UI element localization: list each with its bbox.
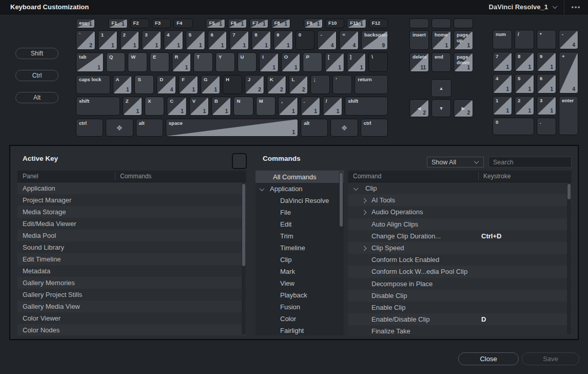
key-.[interactable]: . <box>537 118 556 135</box>
key-G[interactable]: G1 <box>201 75 220 94</box>
key--[interactable]: -4 <box>317 30 337 50</box>
options-menu-button[interactable]: ••• <box>564 4 588 11</box>
panel-row[interactable]: Media Storage <box>17 206 246 218</box>
command-row[interactable]: Conform Lock W...edia Pool Clip <box>348 266 572 277</box>
key-0[interactable]: 0 <box>493 118 534 135</box>
panel-row[interactable]: Gallery Media View <box>17 301 246 312</box>
key-blank[interactable] <box>432 18 451 28</box>
command-row[interactable]: Enable Clip <box>348 302 572 313</box>
key-[[interactable]: [1 <box>325 52 344 72</box>
key-backspace[interactable]: backspace9 <box>361 30 388 50</box>
key-caps lock[interactable]: caps lock <box>76 75 110 94</box>
panel-row[interactable]: Media Pool <box>17 230 246 241</box>
key-A[interactable]: A1 <box>113 75 132 94</box>
key-space[interactable]: space1 <box>166 119 298 137</box>
modifier-button-shift[interactable]: Shift <box>15 48 58 59</box>
key-return[interactable]: return <box>355 75 388 94</box>
key-0[interactable]: 0 <box>296 30 315 50</box>
tree-item[interactable]: Clip <box>256 254 344 266</box>
panel-row[interactable]: Metadata <box>17 265 246 277</box>
save-button[interactable]: Save <box>522 352 579 365</box>
search-input[interactable] <box>488 157 572 167</box>
key-shift[interactable]: shift <box>345 97 388 116</box>
key-9[interactable]: 91 <box>273 30 293 50</box>
tree-item[interactable]: Playback <box>256 289 344 301</box>
key-F3[interactable]: F3 <box>152 18 171 28</box>
scrollbar-thumb[interactable] <box>567 184 571 199</box>
tree-item[interactable]: Timeline <box>256 242 344 254</box>
command-row[interactable]: Audio Operations <box>348 206 572 218</box>
key-insert[interactable]: insert <box>409 30 429 50</box>
key-win[interactable]: ❖ <box>106 119 133 137</box>
modifier-button-alt[interactable]: Alt <box>15 92 58 103</box>
key-alt[interactable]: alt <box>136 119 163 137</box>
key-.[interactable]: .1 <box>301 97 320 116</box>
command-row[interactable]: Enable/Disable ClipD <box>348 313 572 325</box>
command-row[interactable]: Clip Speed <box>348 242 572 254</box>
key-F4[interactable]: F4 <box>173 18 192 28</box>
scrollbar-thumb[interactable] <box>242 184 245 266</box>
key-L[interactable]: L2 <box>289 75 308 94</box>
key-blank[interactable] <box>454 18 473 28</box>
key-win[interactable]: ❖ <box>330 119 358 137</box>
command-row[interactable]: Conform Lock Enabled <box>348 254 572 266</box>
preset-selector[interactable]: DaVinci Resolve_1 <box>482 3 564 11</box>
key-F1[interactable]: F11 <box>108 18 127 28</box>
key-V[interactable]: V1 <box>189 97 209 116</box>
key-K[interactable]: K2 <box>267 75 286 94</box>
key-end[interactable]: end <box>432 52 451 72</box>
key-P[interactable]: P <box>303 52 322 72</box>
tree-item[interactable]: Fusion <box>256 301 344 313</box>
key-M[interactable]: M <box>256 97 276 116</box>
key-][interactable]: ]1 <box>347 52 366 72</box>
key-2[interactable]: 21 <box>120 30 140 50</box>
tree-item[interactable]: Mark <box>256 266 344 277</box>
tree-item[interactable]: Fairlight <box>256 325 344 335</box>
key-arrow-up[interactable]: ▲ <box>431 79 451 97</box>
command-row[interactable]: AI Tools <box>348 194 572 206</box>
tree-item[interactable]: All Commands <box>256 171 344 183</box>
key-X[interactable]: X <box>145 97 164 116</box>
key-,[interactable]: ,1 <box>278 97 298 116</box>
key-alt[interactable]: alt <box>301 119 328 137</box>
key-F6[interactable]: F61 <box>228 18 247 28</box>
key-8[interactable]: 81 <box>251 30 271 50</box>
panel-row[interactable]: Edit/Media Viewer <box>17 218 246 230</box>
panel-row[interactable]: Color Nodes <box>17 324 246 335</box>
tree-item[interactable]: File <box>256 207 344 218</box>
key-7[interactable]: 71 <box>493 52 512 71</box>
key-F12[interactable]: F12 <box>369 18 388 28</box>
key-F[interactable]: F1 <box>179 75 198 94</box>
key-shift[interactable]: shift <box>76 97 120 116</box>
key-Z[interactable]: Z1 <box>123 97 142 116</box>
panel-row[interactable]: Gallery Project Stills <box>17 289 246 301</box>
key-F7[interactable]: F71 <box>249 18 268 28</box>
show-all-dropdown[interactable]: Show All <box>427 157 484 167</box>
key-blank[interactable] <box>409 18 429 28</box>
key-3[interactable]: 31 <box>142 30 161 50</box>
key-D[interactable]: D4 <box>156 75 176 94</box>
key-'[interactable]: ' <box>332 75 352 94</box>
key-ctrl[interactable]: ctrl <box>76 119 103 137</box>
key-page down[interactable]: page down1 <box>454 52 473 72</box>
key-1[interactable]: 11 <box>493 96 512 115</box>
key-home[interactable]: home1 <box>432 30 451 50</box>
key-5[interactable]: 51 <box>186 30 205 50</box>
command-row[interactable]: Decompose in Place <box>348 278 572 290</box>
key-arrow-down[interactable]: ▼ <box>432 99 451 117</box>
key-4[interactable]: 41 <box>164 30 183 50</box>
key-delete[interactable]: delete11 <box>409 52 429 72</box>
key-W[interactable]: W <box>128 52 147 72</box>
key-/[interactable]: /1 <box>323 97 342 116</box>
key-enter[interactable]: enter <box>559 96 578 135</box>
commands-tree-scrollbar[interactable] <box>339 172 343 334</box>
key-Q[interactable]: Q <box>106 52 126 72</box>
key-J[interactable]: J2 <box>245 75 264 94</box>
key-F9[interactable]: F91 <box>304 18 323 28</box>
key-B[interactable]: B1 <box>211 97 231 116</box>
panel-row[interactable]: Sound Library <box>17 241 246 253</box>
key-`[interactable]: `2 <box>76 30 95 50</box>
tree-item[interactable]: Edit <box>256 218 344 230</box>
commands-table-scrollbar[interactable] <box>567 183 571 334</box>
panel-row[interactable]: Application <box>17 182 246 194</box>
